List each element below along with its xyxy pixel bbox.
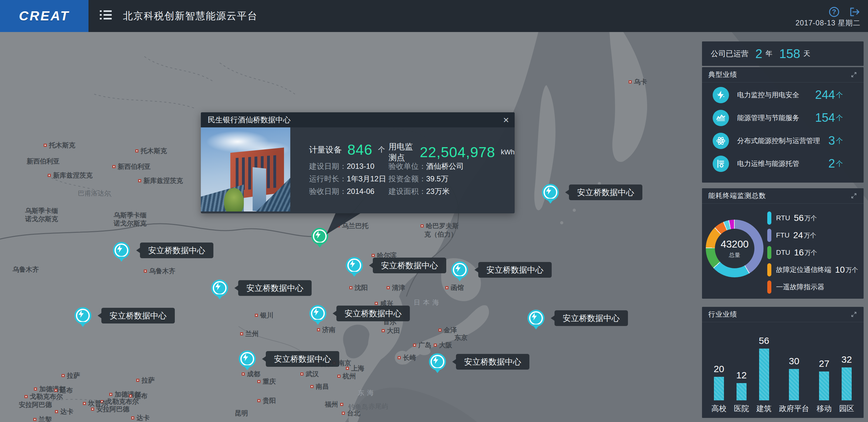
expand-icon[interactable]: [850, 71, 857, 78]
detail-value: 39.5万: [426, 174, 448, 183]
top-bar: CREAT 北京科税创新智慧能源云平台 ? 2017-08-13 星期二: [0, 0, 868, 32]
legend-item[interactable]: 一遥故障指示器: [767, 281, 861, 294]
popup-detail-row: 运行时长：1年3月12日: [309, 172, 386, 185]
marker-label[interactable]: 安立桥数据中心: [336, 305, 410, 321]
terminal-legend: RTU56万个FTU24万个DTU16万个故障定位通信终端10万个一遥故障指示器: [767, 212, 861, 298]
city-dot-icon: [112, 165, 116, 168]
map-city-label: 安拉阿巴德: [19, 400, 52, 409]
city-dot-icon: [398, 356, 401, 359]
city-dot-icon: [136, 379, 140, 382]
map-city-label: 东京: [455, 333, 468, 342]
map-city-label: 坎普尔: [83, 399, 108, 408]
legend-item[interactable]: 故障定位通信终端10万个: [767, 263, 861, 277]
map-marker[interactable]: 安立桥数据中心: [309, 305, 327, 322]
bar-column[interactable]: 30政府平台: [779, 356, 809, 413]
pin-icon: [451, 261, 468, 278]
city-dot-icon: [25, 395, 28, 398]
popup-title-bar: 民生银行酒仙桥数据中心 ×: [201, 112, 515, 127]
map-city-label: 济南: [317, 325, 336, 334]
pin-tail: [547, 199, 554, 204]
legend-item[interactable]: RTU56万个: [767, 212, 861, 225]
popup-details-right: 验收单位：酒仙桥公司投资金额：39.5万建设面积：23万米: [389, 160, 464, 198]
map-city-label: 赤尾屿: [368, 402, 388, 411]
typical-item[interactable]: 电力监控与用电安全244个: [702, 85, 864, 105]
map-city-label: 新库兹涅茨克: [48, 171, 93, 180]
city-dot-icon: [55, 410, 58, 413]
bar-column[interactable]: 12医院: [734, 370, 749, 413]
city-dot-icon: [445, 286, 448, 289]
panel-title: 行业业绩: [708, 310, 737, 319]
legend-item[interactable]: DTU16万个: [767, 246, 861, 259]
map-city-label: 达卡: [55, 407, 73, 416]
typical-item-label: 电力监控与用电安全: [737, 90, 799, 100]
map-marker[interactable]: 安立桥数据中心: [346, 257, 363, 274]
marker-label[interactable]: 安立桥数据中心: [373, 258, 446, 273]
marker-label[interactable]: 安立桥数据中心: [456, 354, 529, 369]
typical-item[interactable]: 能源管理与节能服务154个: [702, 107, 864, 128]
map-city-label: 新西伯利亚: [27, 157, 60, 166]
popup-detail-row: 投资金额：39.5万: [389, 172, 464, 185]
menu-icon[interactable]: [100, 10, 112, 22]
bar-column[interactable]: 20高校: [711, 364, 726, 413]
legend-item[interactable]: FTU24万个: [767, 229, 861, 242]
popup-details-left: 建设日期：2013-10运行时长：1年3月12日验收日期：2014-06: [309, 160, 386, 198]
brand-logo[interactable]: CREAT: [0, 0, 89, 32]
operation-years: 2: [755, 47, 762, 61]
map-marker[interactable]: 安立桥数据中心: [429, 353, 446, 370]
map-city-label: 乌斯季卡缅: [114, 211, 147, 220]
marker-label[interactable]: 安立桥数据中心: [266, 351, 339, 367]
panel-header: 能耗终端监测总数: [702, 188, 864, 204]
city-dot-icon: [628, 80, 632, 84]
pin-tail: [532, 324, 540, 329]
bar-category-label: 政府平台: [779, 403, 809, 413]
detail-label: 验收单位：: [389, 162, 426, 170]
marker-label[interactable]: 安立桥数据中心: [101, 308, 175, 323]
map-marker[interactable]: 安立桥数据中心: [451, 261, 468, 278]
city-dot-icon: [138, 179, 141, 182]
city-dot-icon: [242, 372, 245, 376]
expand-icon[interactable]: [850, 192, 857, 199]
map-marker[interactable]: 安立桥数据中心: [113, 242, 130, 259]
bar: [789, 369, 799, 400]
map-marker[interactable]: 安立桥数据中心: [211, 280, 228, 296]
typical-item[interactable]: 电力运维与能源托管2个: [702, 153, 864, 174]
map-city-label: 南昌: [310, 382, 329, 391]
pin-ring: [213, 281, 226, 295]
marker-label[interactable]: 安立桥数据中心: [140, 242, 213, 258]
marker-label[interactable]: 安立桥数据中心: [238, 280, 312, 296]
map-marker[interactable]: 安立桥数据中心: [74, 307, 91, 324]
typical-item[interactable]: 分布式能源控制与运营管理3个: [702, 130, 864, 151]
city-dot-icon: [340, 403, 343, 406]
help-icon[interactable]: ?: [829, 7, 839, 17]
map-marker-selected[interactable]: [311, 228, 328, 245]
bar-column[interactable]: 56建筑: [756, 335, 772, 413]
popup-detail-row: 建设日期：2013-10: [309, 160, 386, 172]
map-marker[interactable]: 安立桥数据中心: [528, 310, 545, 327]
legend-color-pill: [767, 246, 771, 259]
city-dot-icon: [381, 329, 385, 332]
map-city-label: 昆明: [235, 409, 248, 418]
typical-item-unit: 个: [836, 90, 843, 100]
pin-icon: [311, 228, 328, 245]
bar-column[interactable]: 32园区: [839, 354, 854, 413]
bar-category-label: 建筑: [756, 403, 772, 413]
close-icon[interactable]: ×: [503, 115, 509, 125]
legend-unit: 万个: [845, 266, 858, 274]
bar-value: 20: [714, 364, 724, 374]
map-marker[interactable]: 安立桥数据中心: [239, 351, 256, 367]
marker-label[interactable]: 安立桥数据中心: [569, 185, 642, 200]
map-city-label: 上海: [346, 364, 364, 373]
map-city-label: 乌鲁木齐: [12, 265, 39, 274]
marker-label[interactable]: 安立桥数据中心: [478, 262, 552, 278]
marker-label[interactable]: 安立桥数据中心: [555, 310, 628, 326]
bar-value: 27: [819, 358, 829, 369]
map-city-label: 函馆: [445, 283, 464, 292]
bar-column[interactable]: 27移动: [816, 358, 832, 413]
detail-value: 2014-06: [347, 187, 374, 195]
map-city-label: 拉萨: [62, 371, 80, 380]
logout-icon[interactable]: [849, 7, 860, 17]
expand-icon[interactable]: [850, 311, 857, 318]
map-marker[interactable]: 安立桥数据中心: [542, 184, 559, 201]
city-dot-icon: [438, 328, 441, 332]
city-dot-icon: [434, 344, 437, 347]
